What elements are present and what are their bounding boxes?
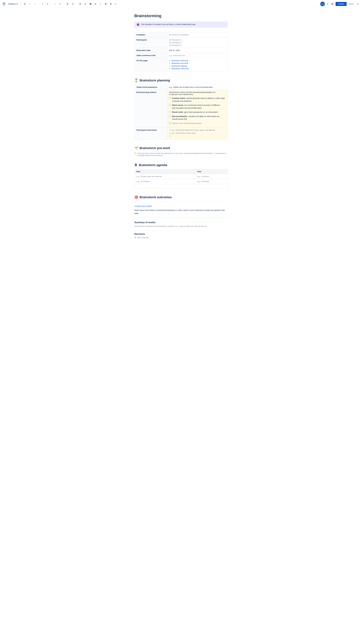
table-row: Participants @ Participant 1 @ Participa… <box>135 38 228 48</box>
agenda-row-3-item[interactable] <box>135 184 195 188</box>
avatar-badge <box>323 5 325 6</box>
table-row: On this page Brainstorm planning Brainst… <box>135 58 228 72</box>
prework-checkbox-input[interactable] <box>134 152 136 154</box>
agenda-row-2-time[interactable]: e.g., 5 minutes <box>195 179 228 184</box>
method-checkbox-4: Idea prioritization- visualize and align… <box>169 115 225 120</box>
text-color-button[interactable]: A <box>53 2 57 6</box>
method-checkbox-3: Round robin- get a fresh perspective on … <box>169 111 225 114</box>
checkbox-creative-matrix[interactable] <box>169 97 171 99</box>
prework-checkbox: Add any links to docs or files for parti… <box>134 152 228 156</box>
agenda-row-3-time[interactable] <box>195 184 228 188</box>
planning-table: Goals of the brainstorm e.g., Gather lot… <box>134 84 228 140</box>
page-title: Brainstorming <box>134 14 228 18</box>
table-row: Video conference link e.g., www.zoom.us/ <box>135 53 228 58</box>
embed-link[interactable]: <Embed your results> <box>134 205 152 207</box>
checkbox-idea-prioritization[interactable] <box>169 115 171 117</box>
chevron-down-icon: ▾ <box>17 3 18 5</box>
agenda-table: Item Time e.g., Review goals and agenda … <box>134 169 228 188</box>
planning-emoji: ⏳ <box>134 78 138 82</box>
agenda-emoji: 🗓 <box>134 163 138 167</box>
method-label: Brainstorming method <box>135 90 167 128</box>
toolbar-divider-3 <box>51 2 51 6</box>
agenda-row-1-time[interactable]: e.g., 5 minutes <box>195 174 228 179</box>
mural-icon: 🟣 <box>137 23 139 26</box>
publish-button[interactable]: Publish <box>336 2 347 6</box>
instructions-value: e.g., review the brainstorm inputs, goal… <box>167 128 227 140</box>
link-brainstorm-agenda[interactable]: Brainstorm agenda <box>172 65 187 67</box>
more-insert-button[interactable]: +··· <box>114 2 118 6</box>
add-decision-button[interactable]: ⚑ Add a decision... <box>134 236 228 238</box>
method-checkbox-2: Silent circuit- run a brainstorm that is… <box>169 104 225 109</box>
table-row: e.g., Review goals and agenda e.g., 5 mi… <box>135 174 228 179</box>
table-row: e.g., Ice breaker e.g., 5 minutes <box>135 179 228 184</box>
toolbar-right: CK + Publish Close ••• <box>320 2 360 6</box>
more-text-button[interactable]: ··· <box>33 2 37 6</box>
close-button[interactable]: Close <box>348 2 355 6</box>
avatar: CK <box>320 2 325 6</box>
mural-link[interactable]: link <box>213 91 216 93</box>
emoji-button[interactable]: ☺ <box>99 2 103 6</box>
image-button[interactable]: 🖼 <box>88 2 92 6</box>
checkbox-round-robin[interactable] <box>169 111 171 113</box>
numbered-list-button[interactable]: ≔ <box>71 2 75 6</box>
facilitator-value[interactable]: @ mention the facilitator <box>167 32 227 38</box>
more-options-button[interactable]: ••• <box>356 2 360 6</box>
link-brainstorm-prework[interactable]: Brainstorm pre-work <box>172 62 188 64</box>
participants-label: Participants <box>135 38 167 48</box>
add-collaborator-button[interactable]: + <box>326 2 329 6</box>
table-row: Facilitator @ mention the facilitator <box>135 32 228 38</box>
col-item: Item <box>135 169 195 174</box>
svg-rect-0 <box>332 3 333 5</box>
link-brainstorm-planning[interactable]: Brainstorm planning <box>172 60 188 62</box>
save-draft-button[interactable] <box>331 2 335 6</box>
table-row: Goals of the brainstorm e.g., Gather lot… <box>135 85 228 90</box>
table-row: Brainstorm date Feb 12, 2020 <box>135 48 228 53</box>
summary-heading: Summary of results <box>134 221 228 224</box>
participants-value[interactable]: @ Participant 1 @ Participant 2 @ Partic… <box>167 38 227 48</box>
table-row: Brainstorming method Visit Mural to chec… <box>135 90 228 128</box>
date-value[interactable]: Feb 12, 2020 <box>167 48 227 53</box>
columns-button[interactable]: ⧉ <box>109 2 113 6</box>
align-button[interactable]: ≡ <box>40 2 44 6</box>
planning-heading: ⏳ Brainstorm planning <box>134 78 228 82</box>
mention-button[interactable]: @ <box>93 2 97 6</box>
heading-select[interactable]: Heading 2 ▾ <box>7 2 19 6</box>
italic-button[interactable]: I <box>28 2 32 6</box>
outcomes-emoji: 🎯 <box>134 196 138 199</box>
checkbox-add-own[interactable] <box>169 122 171 124</box>
goals-value[interactable]: e.g., Gather lots of ideas from a cross … <box>167 85 227 90</box>
table-row <box>135 184 228 188</box>
link-button[interactable]: 🔗 <box>83 2 87 6</box>
agenda-row-2-item[interactable]: e.g., Ice breaker <box>135 179 195 184</box>
info-banner: 🟣 This template is brought to you by Mur… <box>134 22 228 28</box>
prework-heading: 🌱 Brainstorm pre-work <box>134 146 228 150</box>
checkbox-silent-circuit[interactable] <box>169 104 171 106</box>
decisions-heading: Decisions <box>134 233 228 235</box>
bullet-list-button[interactable]: ☰ <box>66 2 70 6</box>
align-chevron[interactable]: ▾ <box>45 2 49 6</box>
decision-icon: ⚑ <box>134 236 136 238</box>
meta-table: Facilitator @ mention the facilitator Pa… <box>134 32 228 72</box>
logo-icon <box>2 2 6 6</box>
toolbar: Heading 2 ▾ B I ··· ≡ ▾ A ▾ ☰ ≔ ☑ 🔗 <box>0 0 362 8</box>
video-value[interactable]: e.g., www.zoom.us/ <box>167 53 227 58</box>
page-content: Brainstorming 🟣 This template is brought… <box>126 8 236 250</box>
goals-label: Goals of the brainstorm <box>135 85 167 90</box>
method-checkbox-5: Add your own brainstorming method. <box>169 122 225 125</box>
table-button[interactable]: ⊞ <box>104 2 108 6</box>
on-this-page-label: On this page <box>135 58 167 72</box>
on-this-page-links: Brainstorm planning Brainstorm pre-work … <box>167 58 227 72</box>
instructions-label: Participant instructions <box>135 128 167 140</box>
prework-emoji: 🌱 <box>134 146 138 150</box>
method-checkbox-1: Creative matrix- quickly generate ideas … <box>169 97 225 102</box>
table-row: Participant instructions e.g., review th… <box>135 128 228 140</box>
link-brainstorm-outcomes[interactable]: Brainstorm outcomes <box>172 68 189 70</box>
text-color-chevron[interactable]: ▾ <box>58 2 62 6</box>
facilitator-label: Facilitator <box>135 32 167 38</box>
agenda-heading: 🗓 Brainstorm agenda <box>134 163 228 167</box>
agenda-table-header: Item Time <box>135 169 228 174</box>
video-label: Video conference link <box>135 53 167 58</box>
bold-button[interactable]: B <box>23 2 27 6</box>
agenda-row-1-item[interactable]: e.g., Review goals and agenda <box>135 174 195 179</box>
task-button[interactable]: ☑ <box>78 2 82 6</box>
